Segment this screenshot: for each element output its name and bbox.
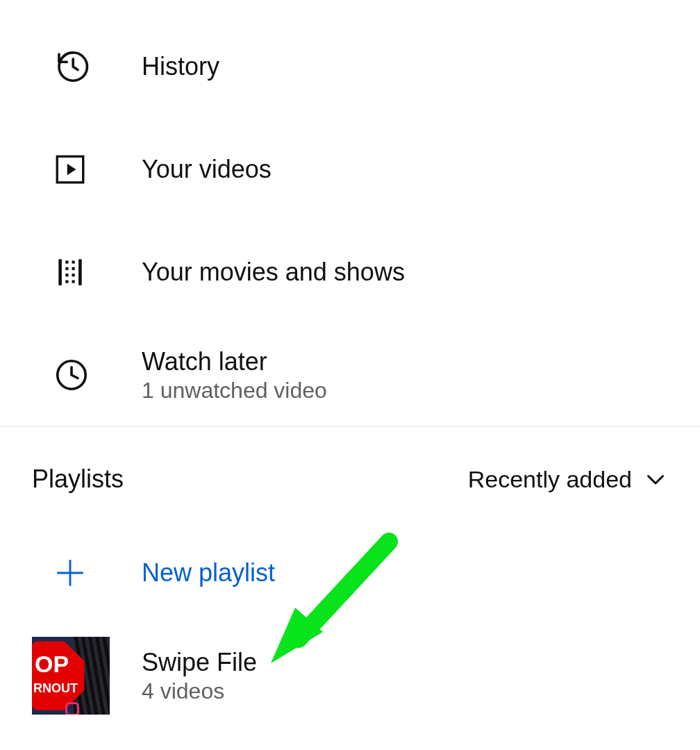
svg-rect-12 bbox=[72, 280, 75, 283]
playlist-item-swipe-file[interactable]: OP RNOUT Swipe File 4 videos bbox=[0, 624, 700, 727]
playlist-title: Swipe File bbox=[142, 648, 257, 677]
menu-item-label: Watch later bbox=[142, 347, 327, 376]
new-playlist-label: New playlist bbox=[142, 558, 275, 588]
sort-label: Recently added bbox=[468, 466, 632, 493]
plus-icon bbox=[53, 556, 142, 590]
svg-rect-9 bbox=[72, 260, 75, 263]
playlists-title: Playlists bbox=[32, 465, 124, 494]
playlist-subtitle: 4 videos bbox=[142, 678, 257, 704]
svg-marker-2 bbox=[67, 164, 76, 176]
menu-item-watch-later[interactable]: Watch later 1 unwatched video bbox=[0, 324, 700, 426]
svg-rect-4 bbox=[78, 259, 82, 285]
svg-rect-11 bbox=[72, 274, 75, 276]
playlists-sort-dropdown[interactable]: Recently added bbox=[468, 466, 668, 493]
playlists-header: Playlists Recently added bbox=[0, 427, 700, 503]
svg-rect-5 bbox=[65, 260, 68, 263]
play-square-icon bbox=[53, 152, 142, 187]
history-icon bbox=[53, 48, 142, 85]
playlist-thumbnail: OP RNOUT bbox=[32, 637, 110, 715]
menu-item-history[interactable]: History bbox=[0, 15, 700, 118]
svg-rect-6 bbox=[65, 267, 68, 270]
new-playlist-button[interactable]: New playlist bbox=[0, 522, 700, 624]
film-icon bbox=[53, 255, 142, 290]
menu-item-label: Your videos bbox=[142, 154, 272, 184]
clock-icon bbox=[53, 356, 142, 394]
svg-rect-7 bbox=[65, 274, 68, 276]
svg-rect-3 bbox=[58, 259, 62, 285]
svg-rect-8 bbox=[65, 280, 68, 283]
svg-rect-10 bbox=[72, 267, 75, 270]
menu-item-label: Your movies and shows bbox=[142, 257, 405, 287]
menu-item-sublabel: 1 unwatched video bbox=[142, 378, 327, 403]
chevron-down-icon bbox=[643, 467, 668, 492]
menu-item-your-movies[interactable]: Your movies and shows bbox=[0, 221, 700, 324]
menu-item-label: History bbox=[142, 51, 219, 81]
library-menu: History Your videos bbox=[0, 0, 700, 426]
menu-item-your-videos[interactable]: Your videos bbox=[0, 118, 700, 221]
